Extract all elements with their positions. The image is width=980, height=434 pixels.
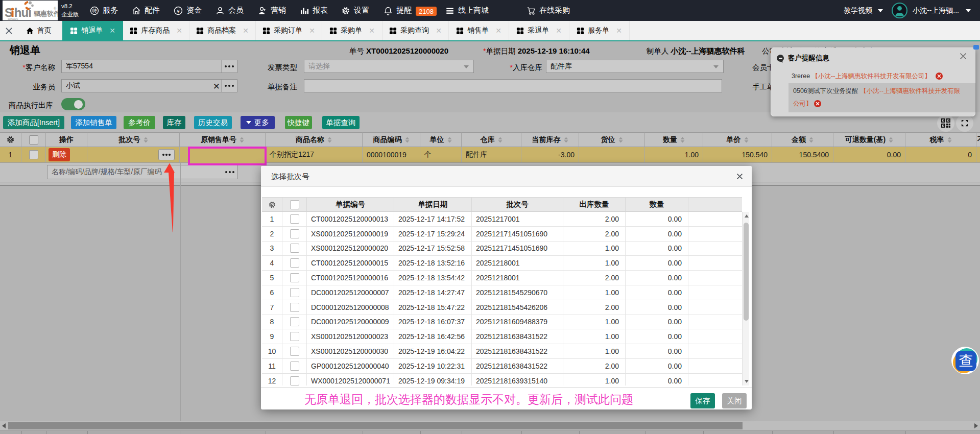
svg-text:¥: ¥ bbox=[176, 8, 180, 13]
svg-text:software: software bbox=[8, 17, 18, 20]
svg-text:®: ® bbox=[54, 7, 57, 10]
svg-text:特: 特 bbox=[92, 8, 97, 13]
svg-text:驷惠软件: 驷惠软件 bbox=[33, 10, 58, 17]
